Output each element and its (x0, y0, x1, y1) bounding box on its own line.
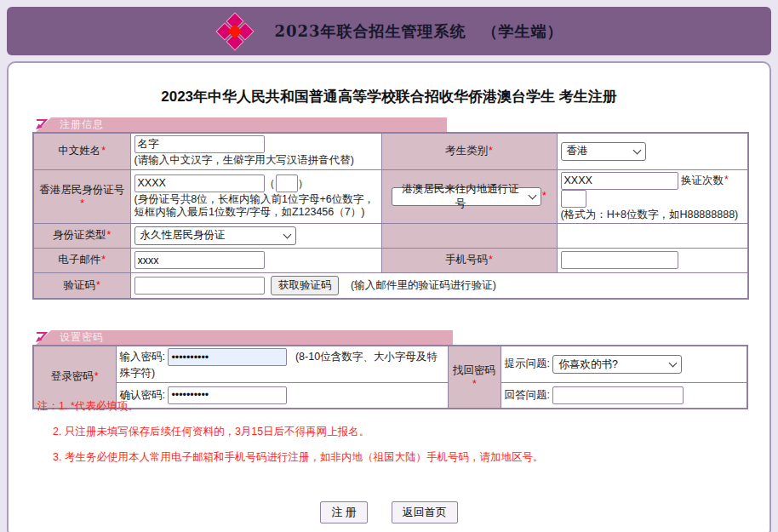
notes-block: 注：1. *代表必填项。 2. 只注册未填写保存后续任何资料的，3月15日后不得… (37, 400, 543, 477)
id-type-field-cell: 永久性居民身份证 (130, 223, 381, 248)
email-label: 电子邮件 (58, 254, 100, 266)
login-password-label-cell: 登录密码* (33, 346, 116, 409)
hint-question-selected: 你喜欢的书? (558, 358, 617, 372)
section-header-password: 设置密码 (32, 330, 453, 345)
hint-question-label: 提示问题: (505, 358, 550, 369)
exam-category-label: 考生类别 (445, 145, 488, 157)
hint-question-cell: 提示问题: 你喜欢的书? (501, 346, 747, 383)
hk-id-hint: (身份证号共8位，长框内输入前1位字母+6位数字，短框内输入最后1位数字/字母，… (134, 193, 378, 219)
note-prefix: 注： (37, 400, 59, 412)
chinese-name-label-cell: 中文姓名* (33, 133, 130, 169)
chinese-name-hint: (请输入中文汉字，生僻字用大写汉语拼音代替) (134, 154, 378, 167)
exam-category-selected: 香港 (567, 144, 588, 158)
mobile-label: 手机号码 (445, 254, 488, 266)
register-table: 中文姓名* (请输入中文汉字，生僻字用大写汉语拼音代替) 考生类别* 香港 香港… (32, 132, 749, 300)
exam-category-label-cell: 考生类别* (381, 133, 557, 169)
hk-id-field-cell: （） (身份证号共8位，长框内输入前1位字母+6位数字，短框内输入最后1位数字/… (130, 169, 381, 223)
chinese-name-input[interactable] (134, 135, 265, 153)
id-type-selected: 永久性居民身份证 (140, 228, 226, 243)
exam-category-field-cell: 香港 (557, 133, 748, 169)
chinese-name-field-cell: (请输入中文汉字，生僻字用大写汉语拼音代替) (130, 133, 381, 169)
captcha-input[interactable] (134, 277, 265, 295)
travel-permit-field-cell: 换证次数* (格式为：H+8位数字，如H88888888) (557, 169, 748, 223)
travel-permit-hint: (格式为：H+8位数字，如H88888888) (561, 209, 745, 221)
answer-question-label: 回答问题: (505, 389, 550, 401)
mobile-input[interactable] (561, 251, 678, 269)
chevron-down-icon (669, 359, 678, 368)
renewal-count-label: 换证次数 (681, 174, 724, 186)
hint-question-select[interactable]: 你喜欢的书? (552, 355, 682, 374)
travel-permit-label-cell: 港澳居民来往内地通行证号 * (381, 169, 557, 223)
app-header: 2023年联合招生管理系统 （学生端） (7, 7, 771, 55)
chinese-name-label: 中文姓名 (58, 145, 100, 157)
exam-category-select[interactable]: 香港 (561, 142, 646, 161)
email-field-cell (130, 248, 381, 272)
travel-permit-input[interactable] (561, 172, 678, 190)
page-title: 2023年中华人民共和国普通高等学校联合招收华侨港澳台学生 考生注册 (9, 87, 769, 106)
required-asterisk: * (80, 197, 84, 209)
register-button[interactable]: 注 册 (320, 501, 368, 523)
hk-id-label-cell: 香港居民身份证号* (33, 169, 130, 223)
captcha-label-cell: 验证码* (33, 272, 130, 299)
login-password-label: 登录密码 (51, 370, 94, 382)
note-line-1: 注：1. *代表必填项。 (37, 400, 543, 412)
captcha-label: 验证码 (64, 279, 96, 291)
hk-id-label: 香港居民身份证号 (39, 184, 124, 196)
required-asterisk: * (472, 378, 477, 390)
recover-password-label-cell: 找回密码* (448, 346, 501, 409)
mobile-field-cell (557, 248, 748, 272)
empty-label-cell (381, 223, 557, 248)
recover-password-label: 找回密码 (453, 364, 495, 376)
email-input[interactable] (134, 251, 265, 269)
section-arrow-icon (32, 117, 51, 132)
chevron-down-icon (283, 230, 291, 238)
paren-close: ） (298, 176, 309, 189)
chevron-down-icon (529, 191, 537, 199)
note-line-3: 3. 考生务必使用本人常用电子邮箱和手机号码进行注册，如非内地（祖国大陆）手机号… (37, 451, 543, 463)
section-title-register: 注册信息 (60, 117, 104, 132)
required-asterisk: * (724, 174, 729, 186)
required-asterisk: * (94, 370, 99, 382)
action-buttons: 注 册 返回首页 (9, 501, 769, 523)
enter-password-label: 输入密码: (120, 351, 165, 363)
main-panel: 2023年中华人民共和国普通高等学校联合招收华侨港澳台学生 考生注册 注册信息 … (7, 61, 771, 532)
get-captcha-button[interactable]: 获取验证码 (271, 276, 340, 295)
empty-field-cell (557, 223, 748, 248)
hk-id-input[interactable] (134, 174, 265, 192)
required-asterisk: * (489, 145, 493, 157)
required-asterisk: * (542, 190, 546, 202)
hk-id-check-digit-input[interactable] (276, 174, 298, 192)
captcha-field-cell: 获取验证码 (输入邮件里的验证码进行验证) (130, 272, 748, 299)
chevron-down-icon (632, 146, 641, 154)
required-asterisk: * (107, 229, 112, 241)
required-asterisk: * (96, 279, 100, 291)
id-type-label: 身份证类型 (53, 229, 106, 241)
required-asterisk: * (101, 145, 106, 157)
section-title-password: 设置密码 (60, 330, 104, 345)
enter-password-cell: 输入密码: (8-10位含数字、大小字母及特殊字符) (116, 346, 448, 383)
answer-question-input[interactable] (552, 386, 684, 404)
app-logo-icon (215, 11, 255, 52)
captcha-hint: (输入邮件里的验证码进行验证) (351, 279, 496, 291)
note-line-2: 2. 只注册未填写保存后续任何资料的，3月15日后不得再网上报名。 (37, 426, 543, 438)
cert-type-selected: 港澳居民来往内地通行证号 (398, 182, 523, 211)
back-home-button[interactable]: 返回首页 (392, 501, 458, 523)
email-label-cell: 电子邮件* (33, 248, 130, 272)
id-type-select[interactable]: 永久性居民身份证 (134, 226, 296, 245)
id-type-label-cell: 身份证类型* (33, 223, 130, 248)
confirm-password-label: 确认密码: (120, 389, 165, 401)
note-text: 1. *代表必填项。 (59, 400, 139, 412)
renewal-count-input[interactable] (561, 190, 586, 208)
required-asterisk: * (489, 254, 493, 266)
section-header-register: 注册信息 (32, 117, 447, 132)
paren-open: （ (265, 176, 276, 189)
mobile-label-cell: 手机号码* (381, 248, 557, 272)
app-title: 2023年联合招生管理系统 （学生端） (274, 21, 563, 42)
section-arrow-icon (32, 330, 51, 345)
cert-type-select[interactable]: 港澳居民来往内地通行证号 (392, 187, 541, 206)
enter-password-input[interactable] (168, 348, 287, 366)
required-asterisk: * (101, 254, 106, 266)
